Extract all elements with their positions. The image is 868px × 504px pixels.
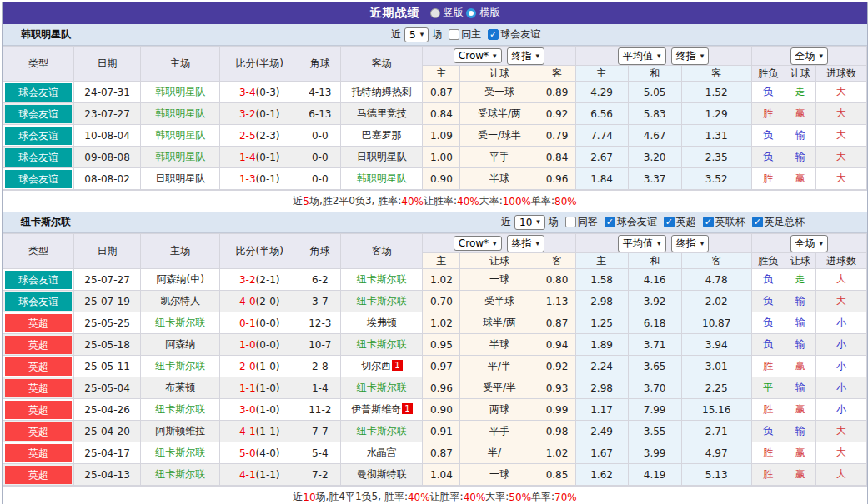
cell-avg-draw: 3.65 (628, 356, 681, 377)
radio-竖版[interactable]: 竖版 (430, 6, 464, 20)
full-score: 3-2 (239, 108, 256, 120)
cell-avg-home: 1.62 (575, 464, 628, 486)
cell-away-team: 曼彻斯特联 (341, 464, 423, 486)
select-odds-stage-1[interactable]: 终指▾ (507, 235, 545, 252)
cell-result-wl: 胜 (751, 399, 785, 421)
chevron-down-icon: ▾ (420, 31, 424, 38)
cell-score: 4-0(2-0) (220, 291, 299, 312)
full-score: 3-2 (239, 274, 256, 286)
cell-away-odds: 0.85 (539, 464, 575, 486)
half-score: (0-0) (256, 339, 280, 351)
select-odds-stage-2[interactable]: 终指▾ (671, 235, 710, 252)
summary-segment: 50% (509, 492, 531, 503)
check-icon: ✓ (664, 217, 675, 227)
away-team-name: 托特纳姆热刺 (352, 86, 412, 97)
checkbox-同主[interactable]: 同主 (449, 27, 481, 42)
cell-avg-away: 1.29 (681, 103, 751, 125)
summary-segment: 100% (503, 196, 531, 207)
cell-date: 25-04-20 (74, 421, 141, 442)
column-header: 主场 (141, 234, 220, 269)
sub-column-header: 客 (681, 253, 751, 269)
match-row: 球会友谊 25-07-27 阿森纳(中) 3-2(2-1) 6-2 纽卡斯尔联 … (3, 269, 867, 291)
select-full-match[interactable]: 全场▾ (790, 47, 829, 65)
cell-handicap: 受球半/两 (460, 103, 539, 125)
cell-away-odds: 0.92 (539, 356, 575, 377)
checkbox-英联杯[interactable]: ✓英联杯 (703, 215, 745, 229)
half-score: (2-0) (256, 296, 280, 307)
cell-away-team: 托特纳姆热刺 (341, 82, 423, 103)
cell-result-handicap: 走 (785, 82, 815, 103)
cell-score: 1-3(0-1) (220, 168, 299, 190)
cell-home-team: 韩职明星队 (141, 82, 220, 103)
full-score: 3-4 (239, 87, 256, 98)
cell-avg-home: 1.25 (575, 312, 628, 334)
select-match-count[interactable]: 5▾ (404, 27, 429, 42)
cell-result-wl: 负 (751, 334, 785, 356)
select-odds-company[interactable]: Crow*▾ (454, 48, 502, 63)
cell-result-handicap: 赢 (785, 464, 815, 486)
cell-away-team: 日职明星队 (341, 147, 423, 168)
cell-avg-away: 4.97 (681, 442, 751, 464)
cell-result-goals: 大 (815, 291, 866, 312)
home-team-name: 凯尔特人 (160, 295, 200, 307)
cell-corners: 4-13 (299, 82, 341, 103)
summary-segment: 单率: (531, 490, 554, 504)
cell-date: 25-04-26 (74, 399, 141, 421)
team-name: 纽卡斯尔联 (3, 215, 71, 229)
chevron-down-icon: ▾ (700, 240, 705, 247)
half-score: (1-1) (256, 469, 280, 481)
checkbox-英超[interactable]: ✓英超 (664, 215, 696, 229)
cell-away-team: 纽卡斯尔联 (341, 334, 423, 356)
select-average[interactable]: 平均值▾ (618, 235, 666, 252)
cell-date: 09-08-08 (74, 147, 141, 168)
cell-date: 25-07-19 (74, 291, 141, 312)
select-odds-stage-1[interactable]: 终指▾ (507, 47, 545, 65)
checkbox-球会友谊[interactable]: ✓球会友谊 (488, 27, 540, 42)
select-average[interactable]: 平均值▾ (618, 47, 666, 65)
cell-avg-home: 1.58 (575, 269, 628, 291)
radio-横版[interactable]: 横版 (466, 6, 499, 20)
cell-avg-away: 3.94 (681, 334, 751, 356)
cell-date: 25-07-27 (74, 269, 141, 291)
chevron-down-icon: ▾ (820, 52, 824, 60)
cell-score: 4-1(1-1) (220, 464, 299, 486)
cell-corners: 11-2 (299, 399, 341, 421)
odds-source-group: Crow*▾终指▾ (423, 234, 575, 253)
cell-match-type: 英超 (3, 312, 74, 334)
cell-avg-draw: 6.18 (628, 312, 681, 334)
cell-corners: 1-4 (299, 377, 341, 399)
select-match-count[interactable]: 10▾ (514, 215, 545, 230)
cell-away-odds: 0.80 (539, 269, 575, 291)
radio-icon (430, 8, 440, 18)
cell-result-wl: 胜 (751, 356, 785, 377)
odds-source-group: Crow*▾终指▾ (423, 47, 575, 66)
cell-avg-away: 15.16 (681, 399, 751, 421)
select-full-match[interactable]: 全场▾ (790, 235, 829, 252)
cell-score: 2-5(2-3) (220, 125, 299, 147)
checkbox-球会友谊[interactable]: ✓球会友谊 (605, 215, 657, 229)
cell-avg-draw: 4.19 (628, 464, 681, 486)
select-odds-company[interactable]: Crow*▾ (454, 236, 502, 251)
cell-match-type: 球会友谊 (3, 291, 74, 312)
half-score: (0-3) (256, 87, 280, 98)
cell-corners: 6-2 (299, 269, 341, 291)
cell-avg-draw: 3.20 (628, 147, 681, 168)
check-icon: ✓ (488, 29, 499, 40)
full-score: 1-3 (239, 173, 256, 185)
match-type-badge: 英超 (5, 379, 72, 397)
away-team-name: 纽卡斯尔联 (357, 273, 407, 285)
chevron-down-icon: ▾ (657, 52, 661, 60)
checkbox-同客[interactable]: 同客 (565, 215, 598, 229)
cell-handicap: 受一球 (460, 82, 539, 103)
check-icon: ✓ (703, 217, 714, 227)
titlebar: 近期战绩 竖版 横版 (3, 2, 867, 24)
full-score: 1-1 (239, 382, 256, 394)
cell-away-odds: 0.92 (539, 103, 575, 125)
cell-handicap: 一球 (460, 269, 539, 291)
half-score: (0-0) (256, 317, 280, 329)
cell-home-team: 纽卡斯尔联 (141, 312, 220, 334)
select-odds-stage-2[interactable]: 终指▾ (671, 47, 710, 65)
checkbox-英足总杯[interactable]: ✓英足总杯 (752, 215, 805, 229)
home-team-name: 阿森纳(中) (156, 273, 203, 285)
cell-avg-home: 2.67 (575, 147, 628, 168)
